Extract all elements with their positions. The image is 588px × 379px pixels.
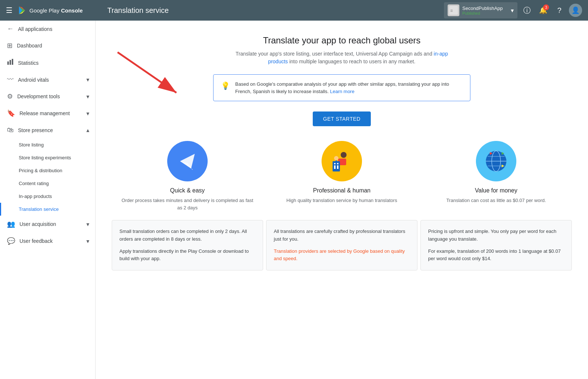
sidebar-sub-label-content-rating: Content rating bbox=[19, 181, 49, 186]
svg-rect-8 bbox=[12, 59, 13, 65]
sidebar-sub-content-rating[interactable]: Content rating bbox=[0, 177, 95, 190]
sidebar-sub-translation-service[interactable]: Translation service bbox=[0, 203, 95, 216]
logo-area: Google Play Console bbox=[17, 5, 83, 15]
svg-text:≡: ≡ bbox=[450, 8, 453, 13]
feature-quick-easy: Quick & easy Order process takes minutes… bbox=[110, 141, 265, 211]
sidebar-item-back[interactable]: ← All applications bbox=[0, 21, 95, 37]
app-name: SecondPublishApp bbox=[462, 6, 508, 11]
sidebar-item-user-feedback[interactable]: 💬 User feedback ▾ bbox=[0, 233, 95, 249]
feature-value-money-title: Value for money bbox=[428, 187, 564, 194]
sidebar-item-android-vitals[interactable]: 〰 Android vitals ▾ bbox=[0, 71, 95, 88]
sidebar-item-statistics[interactable]: Statistics bbox=[0, 54, 95, 71]
sidebar-sub-store-listing-experiments[interactable]: Store listing experiments bbox=[0, 151, 95, 164]
google-play-logo bbox=[17, 5, 27, 15]
learn-more-link[interactable]: Learn more bbox=[330, 89, 354, 94]
main-layout: ← All applications ⊞ Dashboard Statistic… bbox=[0, 21, 588, 379]
chevron-icon-5: ▾ bbox=[86, 221, 89, 228]
sidebar-label-user-acquisition: User acquisition bbox=[19, 221, 82, 227]
feature-professional-human-desc: High quality translation service by huma… bbox=[273, 197, 410, 204]
user-acquisition-icon: 👥 bbox=[7, 220, 15, 228]
quick-easy-icon bbox=[167, 141, 208, 181]
detail-professional-p1: All translations are carefully crafted b… bbox=[274, 228, 410, 243]
feature-value-money: Value for money Translation can cost as … bbox=[419, 141, 573, 211]
feature-quick-easy-title: Quick & easy bbox=[119, 187, 256, 194]
avatar[interactable]: 👤 bbox=[569, 4, 582, 17]
android-vitals-icon: 〰 bbox=[7, 76, 14, 84]
page-title-bar: Translation service bbox=[107, 6, 169, 15]
development-tools-icon: ⚙ bbox=[7, 92, 13, 100]
sidebar-sub-label-store-listing-experiments: Store listing experiments bbox=[19, 155, 71, 160]
chevron-down-icon: ▾ bbox=[511, 7, 514, 14]
topbar-right: ≡ SecondPublishApp Published ▾ ⓘ 🔔 3 ? 👤 bbox=[444, 2, 582, 18]
get-started-button[interactable]: GET STARTED bbox=[313, 111, 371, 126]
feature-professional-human-title: Professional & human bbox=[273, 187, 410, 194]
info-box: 💡 Based on Google's comparative analysis… bbox=[213, 74, 470, 101]
bulb-icon: 💡 bbox=[221, 81, 230, 90]
notification-badge: 3 bbox=[543, 4, 549, 10]
svg-point-14 bbox=[341, 152, 347, 158]
release-management-icon: 🔖 bbox=[7, 109, 15, 117]
app-info: SecondPublishApp Published bbox=[462, 6, 508, 15]
sidebar-item-dashboard[interactable]: ⊞ Dashboard bbox=[0, 37, 95, 54]
sidebar-label-release-management: Release management bbox=[19, 110, 82, 116]
sidebar-item-user-acquisition[interactable]: 👥 User acquisition ▾ bbox=[0, 216, 95, 233]
chevron-icon-3: ▾ bbox=[86, 110, 89, 117]
sidebar-sub-label-in-app-products: In-app products bbox=[19, 194, 52, 199]
detail-quick-p2: Apply translations directly in the Play … bbox=[119, 248, 255, 263]
help-circle-icon[interactable]: ⓘ bbox=[520, 4, 534, 17]
sidebar-item-store-presence[interactable]: 🛍 Store presence ▴ bbox=[0, 122, 95, 138]
sidebar-sub-store-listing[interactable]: Store listing bbox=[0, 138, 95, 151]
detail-card-value: Pricing is upfront and simple. You only … bbox=[420, 220, 572, 270]
sidebar: ← All applications ⊞ Dashboard Statistic… bbox=[0, 21, 96, 379]
topbar-left: ☰ Google Play Console bbox=[6, 5, 101, 15]
sidebar-label-user-feedback: User feedback bbox=[19, 238, 82, 244]
svg-point-18 bbox=[334, 156, 338, 160]
sidebar-sub-pricing-distribution[interactable]: Pricing & distribution bbox=[0, 164, 95, 177]
user-feedback-icon: 💬 bbox=[7, 237, 15, 245]
svg-marker-11 bbox=[180, 154, 195, 169]
feature-quick-easy-desc: Order process takes minutes and delivery… bbox=[119, 197, 256, 211]
value-money-icon bbox=[476, 141, 516, 181]
sidebar-item-development-tools[interactable]: ⚙ Development tools ▾ bbox=[0, 88, 95, 105]
sidebar-label-statistics: Statistics bbox=[18, 60, 89, 66]
sidebar-label-store-presence: Store presence bbox=[18, 127, 82, 133]
sidebar-label-android-vitals: Android vitals bbox=[18, 77, 82, 83]
chevron-icon-4: ▴ bbox=[86, 127, 89, 134]
app-selector[interactable]: ≡ SecondPublishApp Published ▾ bbox=[444, 2, 517, 18]
detail-card-quick: Small translation orders can be complete… bbox=[112, 220, 263, 270]
hero-title: Translate your app to reach global users bbox=[110, 35, 573, 46]
in-app-link[interactable]: in-app products bbox=[268, 51, 448, 64]
content-area: Translate your app to reach global users… bbox=[96, 21, 588, 379]
sidebar-back-label: All applications bbox=[18, 26, 89, 32]
topbar: ☰ Google Play Console Translation servic… bbox=[0, 0, 588, 21]
sidebar-sub-in-app-products[interactable]: In-app products bbox=[0, 190, 95, 203]
sidebar-item-release-management[interactable]: 🔖 Release management ▾ bbox=[0, 105, 95, 122]
detail-professional-highlight: Translation providers are selected by Go… bbox=[274, 248, 405, 262]
sidebar-sub-label-pricing-distribution: Pricing & distribution bbox=[19, 168, 62, 173]
professional-human-icon bbox=[322, 141, 362, 181]
statistics-icon bbox=[7, 59, 14, 67]
question-icon[interactable]: ? bbox=[553, 4, 566, 17]
info-text: Based on Google's comparative analysis o… bbox=[235, 81, 463, 95]
logo-text: Google Play Console bbox=[29, 7, 83, 14]
detail-value-p2: For example, translation of 200 words in… bbox=[428, 248, 564, 263]
page-content: Translate your app to reach global users… bbox=[96, 21, 588, 379]
menu-icon[interactable]: ☰ bbox=[6, 6, 12, 15]
app-icon: ≡ bbox=[448, 4, 459, 16]
chevron-icon-6: ▾ bbox=[86, 238, 89, 245]
notification-icon[interactable]: 🔔 3 bbox=[537, 4, 550, 17]
chevron-icon-2: ▾ bbox=[86, 93, 89, 100]
detail-quick-p1: Small translation orders can be complete… bbox=[119, 228, 255, 243]
sidebar-label-development-tools: Development tools bbox=[17, 93, 82, 99]
sidebar-sub-label-store-listing: Store listing bbox=[19, 142, 44, 148]
translation-hero: Translate your app to reach global users… bbox=[110, 35, 573, 65]
hero-description: Translate your app's store listing, user… bbox=[232, 50, 452, 65]
feature-value-money-desc: Translation can cost as little as $0.07 … bbox=[428, 197, 564, 204]
dashboard-icon: ⊞ bbox=[7, 42, 12, 50]
chevron-icon: ▾ bbox=[86, 76, 89, 83]
svg-rect-6 bbox=[7, 61, 9, 65]
feature-professional-human: Professional & human High quality transl… bbox=[265, 141, 419, 211]
detail-card-professional: All translations are carefully crafted b… bbox=[266, 220, 417, 270]
back-arrow-icon: ← bbox=[7, 25, 14, 33]
svg-rect-7 bbox=[10, 60, 11, 65]
